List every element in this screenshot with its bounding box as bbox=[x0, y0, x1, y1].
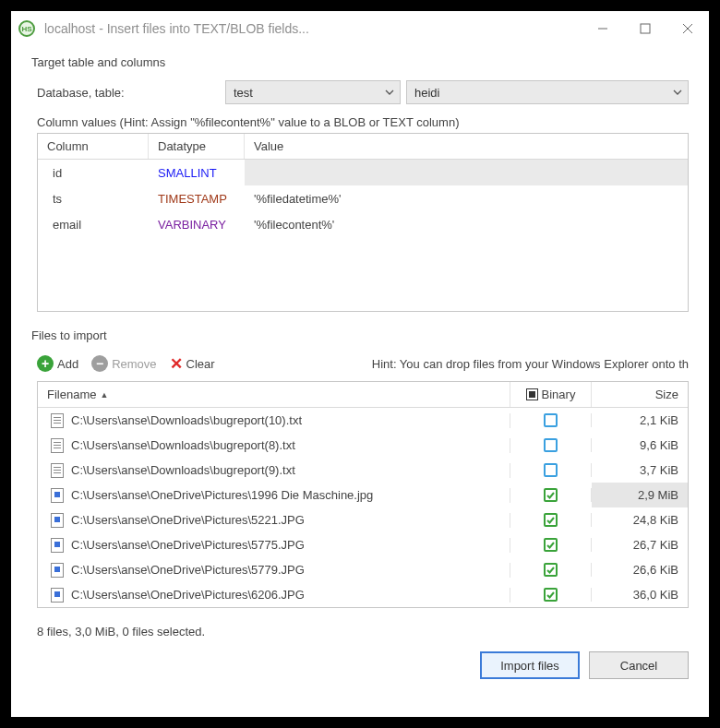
file-path: C:\Users\anse\Downloads\bugreport(8).txt bbox=[71, 438, 295, 452]
column-value[interactable]: '%filedatetime%' bbox=[245, 185, 688, 211]
columns-grid-row[interactable]: emailVARBINARY'%filecontent%' bbox=[38, 211, 688, 237]
minus-icon: − bbox=[91, 355, 108, 372]
close-button[interactable] bbox=[666, 11, 709, 46]
sort-asc-icon: ▲ bbox=[100, 390, 108, 400]
binary-checkbox[interactable] bbox=[544, 538, 558, 552]
import-button[interactable]: Import files bbox=[480, 651, 580, 679]
table-select-value: heidi bbox=[414, 86, 439, 100]
file-size: 36,0 KiB bbox=[592, 588, 688, 602]
file-size: 26,6 KiB bbox=[592, 563, 688, 577]
text-file-icon bbox=[51, 438, 64, 453]
window-title: localhost - Insert files into TEXT/BLOB … bbox=[44, 21, 582, 36]
file-row[interactable]: C:\Users\anse\Downloads\bugreport(10).tx… bbox=[38, 408, 688, 433]
remove-button-label: Remove bbox=[112, 357, 156, 371]
chevron-down-icon bbox=[385, 88, 394, 97]
close-icon bbox=[682, 23, 693, 34]
file-path: C:\Users\anse\OneDrive\Pictures\5221.JPG bbox=[71, 513, 305, 527]
binary-checkbox[interactable] bbox=[544, 463, 558, 477]
plus-icon: + bbox=[37, 355, 54, 372]
file-row[interactable]: C:\Users\anse\OneDrive\Pictures\5221.JPG… bbox=[38, 507, 688, 532]
file-size: 2,1 KiB bbox=[592, 413, 688, 427]
column-datatype: SMALLINT bbox=[149, 160, 245, 185]
dialog-window: HS localhost - Insert files into TEXT/BL… bbox=[11, 11, 709, 717]
column-datatype: VARBINARY bbox=[149, 211, 245, 237]
file-size: 9,6 KiB bbox=[592, 438, 688, 452]
file-row[interactable]: C:\Users\anse\OneDrive\Pictures\1996 Die… bbox=[38, 483, 688, 507]
file-path: C:\Users\anse\OneDrive\Pictures\5775.JPG bbox=[71, 538, 305, 552]
database-table-label: Database, table: bbox=[37, 86, 225, 100]
image-file-icon bbox=[51, 588, 64, 603]
minimize-icon bbox=[597, 23, 608, 34]
column-name: id bbox=[38, 160, 149, 185]
drop-files-hint: Hint: You can drop files from your Windo… bbox=[372, 357, 689, 371]
cancel-button[interactable]: Cancel bbox=[589, 651, 689, 679]
file-path: C:\Users\anse\Downloads\bugreport(10).tx… bbox=[71, 413, 302, 427]
database-select-value: test bbox=[234, 86, 253, 100]
file-row[interactable]: C:\Users\anse\OneDrive\Pictures\6206.JPG… bbox=[38, 582, 688, 607]
file-size: 3,7 KiB bbox=[592, 463, 688, 477]
file-path: C:\Users\anse\Downloads\bugreport(9).txt bbox=[71, 463, 295, 477]
file-row[interactable]: C:\Users\anse\OneDrive\Pictures\5775.JPG… bbox=[38, 532, 688, 557]
binary-checkbox[interactable] bbox=[544, 588, 558, 602]
files-grid-header: Filename ▲ Binary Size bbox=[38, 382, 688, 408]
columns-grid-row[interactable]: idSMALLINT bbox=[38, 160, 688, 185]
column-header-name[interactable]: Column bbox=[38, 134, 149, 159]
add-button-label: Add bbox=[57, 357, 78, 371]
image-file-icon bbox=[51, 488, 64, 503]
file-size: 24,8 KiB bbox=[592, 513, 688, 527]
columns-grid: Column Datatype Value idSMALLINTtsTIMEST… bbox=[37, 133, 689, 312]
clear-button-label: Clear bbox=[186, 357, 215, 371]
file-path: C:\Users\anse\OneDrive\Pictures\6206.JPG bbox=[71, 588, 305, 602]
column-value[interactable] bbox=[245, 160, 688, 185]
checkbox-mixed-icon bbox=[526, 388, 538, 400]
file-size: 26,7 KiB bbox=[592, 538, 688, 552]
column-datatype: TIMESTAMP bbox=[149, 185, 245, 211]
column-values-hint: Column values (Hint: Assign "%fileconten… bbox=[37, 115, 689, 129]
column-header-value[interactable]: Value bbox=[245, 134, 688, 159]
clear-button[interactable]: ✕ Clear bbox=[170, 354, 215, 374]
minimize-button[interactable] bbox=[582, 11, 624, 46]
binary-checkbox[interactable] bbox=[544, 438, 558, 452]
column-header-datatype[interactable]: Datatype bbox=[149, 134, 245, 159]
svg-rect-1 bbox=[641, 24, 650, 33]
file-path: C:\Users\anse\OneDrive\Pictures\1996 Die… bbox=[71, 488, 373, 502]
binary-checkbox[interactable] bbox=[544, 488, 558, 502]
files-grid: Filename ▲ Binary Size C:\Users\anse\Dow… bbox=[37, 381, 689, 608]
file-size: 2,9 MiB bbox=[592, 483, 688, 507]
binary-checkbox[interactable] bbox=[544, 563, 558, 577]
text-file-icon bbox=[51, 413, 64, 428]
column-name: ts bbox=[38, 185, 149, 211]
maximize-button[interactable] bbox=[624, 11, 666, 46]
x-icon: ✕ bbox=[170, 354, 183, 374]
image-file-icon bbox=[51, 513, 64, 528]
add-button[interactable]: + Add bbox=[37, 355, 78, 372]
binary-checkbox[interactable] bbox=[544, 413, 558, 427]
database-select[interactable]: test bbox=[225, 80, 401, 104]
column-name: email bbox=[38, 211, 149, 237]
file-header-filename[interactable]: Filename ▲ bbox=[38, 382, 510, 407]
maximize-icon bbox=[640, 23, 651, 34]
binary-checkbox[interactable] bbox=[544, 513, 558, 527]
columns-grid-row[interactable]: tsTIMESTAMP'%filedatetime%' bbox=[38, 185, 688, 211]
column-value[interactable]: '%filecontent%' bbox=[245, 211, 688, 237]
image-file-icon bbox=[51, 563, 64, 578]
table-select[interactable]: heidi bbox=[406, 80, 689, 104]
file-header-binary[interactable]: Binary bbox=[510, 382, 592, 407]
file-path: C:\Users\anse\OneDrive\Pictures\5779.JPG bbox=[71, 563, 305, 577]
file-row[interactable]: C:\Users\anse\Downloads\bugreport(8).txt… bbox=[38, 433, 688, 458]
status-text: 8 files, 3,0 MiB, 0 files selected. bbox=[37, 625, 689, 638]
app-icon: HS bbox=[18, 20, 35, 37]
target-section-title: Target table and columns bbox=[31, 55, 689, 69]
remove-button[interactable]: − Remove bbox=[91, 355, 156, 372]
file-header-size[interactable]: Size bbox=[592, 382, 688, 407]
titlebar: HS localhost - Insert files into TEXT/BL… bbox=[11, 11, 709, 46]
chevron-down-icon bbox=[673, 88, 682, 97]
file-row[interactable]: C:\Users\anse\Downloads\bugreport(9).txt… bbox=[38, 458, 688, 483]
files-section-title: Files to import bbox=[31, 328, 689, 342]
file-row[interactable]: C:\Users\anse\OneDrive\Pictures\5779.JPG… bbox=[38, 557, 688, 582]
text-file-icon bbox=[51, 463, 64, 478]
columns-grid-header: Column Datatype Value bbox=[38, 134, 688, 160]
image-file-icon bbox=[51, 538, 64, 553]
